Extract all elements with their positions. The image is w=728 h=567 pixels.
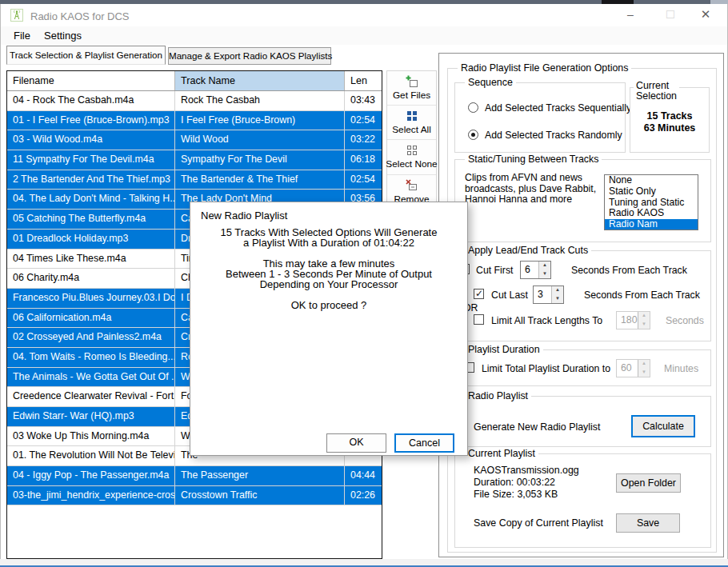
table-row[interactable]: 2 The Bartender And The Thief.mp3The Bar…: [7, 170, 382, 190]
options-panel: Radio Playlist File Generation Options S…: [438, 53, 724, 557]
table-cell-len: 02:54: [345, 170, 382, 190]
new-radio-playlist-dialog: New Radio Playlist 15 Tracks With Select…: [190, 202, 468, 456]
table-cell-filename: 06 Californication.m4a: [7, 309, 175, 328]
selected-tracks-count: 15 Tracks: [630, 110, 709, 122]
group-current-selection-label: Current Selection: [634, 81, 679, 102]
limit-length-checkbox[interactable]: [474, 314, 484, 325]
limit-length-spinner: 180 ▲▼: [616, 311, 650, 329]
listbox-item[interactable]: None: [605, 175, 698, 186]
table-cell-filename: 04 Times Like These.m4a: [7, 250, 175, 269]
table-row[interactable]: 03-the_jimi_hendrix_experience-cros...Cr…: [7, 486, 382, 506]
group-current-playlist: Current Playlist KAOSTransmission.ogg Du…: [454, 453, 711, 548]
listbox-item[interactable]: Radio KAOS: [605, 208, 698, 219]
group-track-cuts-label: Apply Lead/End Track Cuts: [465, 245, 591, 256]
table-row[interactable]: 04 - Iggy Pop - The Passenger.m4aThe Pas…: [7, 466, 382, 486]
spinner-arrows-icon[interactable]: ▲▼: [538, 262, 550, 278]
limit-duration-label: Limit Total Playlist Duration to: [482, 363, 610, 374]
table-cell-filename: 03-the_jimi_hendrix_experience-cros...: [7, 486, 175, 505]
table-cell-filename: 04. The Lady Don't Mind - Talking H...: [7, 190, 175, 209]
group-static-tuning: Static/Tuning Between Tracks Clips from …: [454, 159, 711, 242]
ok-button[interactable]: OK: [326, 433, 386, 453]
cut-last-spinner[interactable]: 3 ▲▼: [533, 285, 564, 304]
group-static-tuning-label: Static/Tuning Between Tracks: [465, 154, 602, 165]
cancel-button[interactable]: Cancel: [394, 433, 454, 453]
static-tuning-description: Clips from AFVN and news broadcasts, plu…: [465, 173, 602, 206]
select-all-icon: [406, 110, 418, 122]
table-cell-filename: Edwin Starr- War (HQ).mp3: [7, 407, 175, 426]
select-none-button[interactable]: Select None: [387, 140, 436, 174]
table-cell-len: 02:54: [345, 111, 382, 130]
menu-settings[interactable]: Settings: [41, 29, 85, 43]
table-row[interactable]: 01 - I Feel Free (Bruce-Brown).mp3I Feel…: [7, 111, 382, 131]
group-radio-playlist-label: Radio Playlist: [465, 390, 531, 401]
tab-track-selection[interactable]: Track Selection & Playlist Generation: [6, 46, 166, 65]
table-cell-len: 03:43: [345, 91, 382, 110]
cut-last-label: Cut Last: [491, 289, 528, 301]
group-current-playlist-label: Current Playlist: [465, 448, 538, 459]
current-playlist-info: KAOSTransmission.ogg Duration: 00:03:22 …: [474, 465, 579, 501]
table-cell-len: 04:44: [345, 466, 382, 485]
minimize-button[interactable]: –: [615, 4, 646, 26]
menu-file[interactable]: File: [10, 29, 34, 43]
current-selection-values: 15 Tracks 63 Minutes: [630, 110, 709, 134]
table-row[interactable]: 11 Sympathy For The Devil.m4aSympathy Fo…: [7, 150, 382, 170]
table-cell-filename: 03 Woke Up This Morning.m4a: [7, 427, 175, 446]
select-none-label: Select None: [386, 158, 437, 170]
close-button[interactable]: ✕: [690, 4, 721, 26]
limit-length-suffix: Seconds: [666, 315, 704, 326]
add-file-icon: [406, 75, 418, 88]
cut-first-spinner[interactable]: 6 ▲▼: [520, 261, 551, 279]
titlebar: Radio KAOS for DCS – ☐ ✕: [1, 4, 727, 26]
table-cell-filename: 06 Charity.m4a: [7, 269, 175, 288]
spinner-arrows-icon: ▲▼: [638, 360, 650, 377]
table-cell-filename: 01. The Revolution Will Not Be Televi...: [7, 446, 175, 465]
save-button[interactable]: Save: [616, 513, 680, 533]
radio-sequential[interactable]: [468, 102, 478, 113]
table-row[interactable]: 04 - Rock The Casbah.m4aRock The Casbah0…: [7, 91, 382, 111]
spinner-arrows-icon[interactable]: ▲▼: [551, 286, 563, 303]
save-copy-label: Save Copy of Current Playlist: [474, 517, 603, 529]
table-row[interactable]: 03 - Wild Wood.m4aWild Wood03:22: [7, 130, 382, 150]
playlist-filename: KAOSTransmission.ogg: [474, 465, 579, 477]
table-cell-len: 02:26: [345, 486, 382, 505]
table-cell-track: The Passenger: [175, 466, 345, 485]
table-cell-len: 06:18: [345, 150, 382, 170]
column-header-filename[interactable]: Filename: [7, 71, 175, 90]
limit-duration-suffix: Minutes: [664, 363, 698, 374]
radio-random-label: Add Selected Tracks Randomly: [485, 130, 622, 141]
select-all-button[interactable]: Select All: [387, 106, 436, 140]
get-files-button[interactable]: Get Files: [387, 71, 436, 106]
table-cell-filename: Francesco Piu.Blues Journey.03.I Do...: [7, 289, 175, 308]
dialog-message-line: OK to proceed ?: [190, 300, 467, 310]
listbox-item[interactable]: Radio Nam: [605, 219, 698, 230]
select-all-label: Select All: [392, 124, 431, 135]
app-window: Radio KAOS for DCS – ☐ ✕ File Settings T…: [0, 0, 728, 567]
selected-minutes-count: 63 Minutes: [630, 122, 709, 134]
table-cell-filename: 01 Dreadlock Holiday.mp3: [7, 230, 175, 249]
tab-manage-export[interactable]: Manage & Export Radio KAOS Playlists: [168, 47, 331, 65]
menubar: File Settings: [1, 26, 727, 45]
radio-sequential-label: Add Selected Tracks Sequentially: [485, 102, 631, 114]
maximize-button[interactable]: ☐: [655, 4, 686, 26]
app-icon: [10, 9, 23, 22]
group-track-cuts: Apply Lead/End Track Cuts Cut First 6 ▲▼…: [454, 250, 711, 341]
group-playlist-duration: Playlist Duration Limit Total Playlist D…: [454, 349, 711, 386]
table-cell-track: Crosstown Traffic: [175, 486, 345, 505]
group-generation-options-label: Radio Playlist File Generation Options: [458, 62, 631, 74]
window-title: Radio KAOS for DCS: [30, 10, 130, 22]
cut-last-checkbox[interactable]: [474, 289, 484, 299]
table-cell-filename: 05 Catching The Butterfly.m4a: [7, 210, 175, 229]
table-cell-filename: 04 - Iggy Pop - The Passenger.m4a: [7, 466, 175, 485]
table-cell-track: Sympathy For The Devil: [175, 150, 345, 170]
column-header-track-name[interactable]: Track Name: [175, 71, 345, 90]
table-cell-filename: 02 Crosseyed And Painless2.m4a: [7, 328, 175, 347]
calculate-button[interactable]: Calculate: [631, 415, 695, 437]
listbox-item[interactable]: Tuning and Static: [605, 198, 698, 209]
open-folder-button[interactable]: Open Folder: [616, 473, 681, 493]
radio-random[interactable]: [468, 130, 478, 140]
table-cell-filename: 2 The Bartender And The Thief.mp3: [7, 170, 175, 190]
listbox-item[interactable]: Static Only: [605, 186, 698, 198]
remove-file-icon: [406, 179, 418, 192]
cut-first-label: Cut First: [476, 265, 513, 276]
column-header-len[interactable]: Len: [345, 71, 382, 90]
